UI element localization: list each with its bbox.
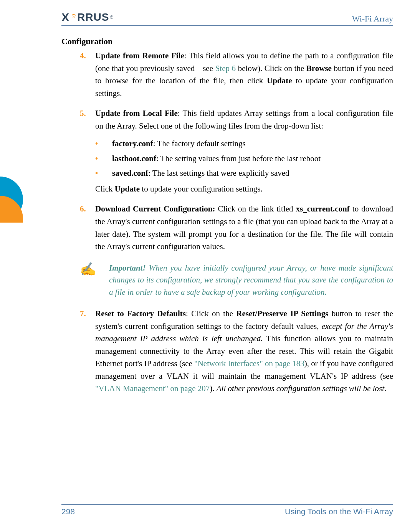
- section-title: Configuration: [61, 36, 393, 46]
- link-step-6[interactable]: Step 6: [215, 64, 236, 73]
- note-body: Important! When you have initially confi…: [109, 262, 393, 299]
- step-after-bullets: Click Update to update your configuratio…: [95, 183, 393, 195]
- step-body: Reset to Factory Defaults: Click on the …: [95, 307, 393, 395]
- bullet-icon: •: [95, 167, 112, 180]
- step-5: 5. Update from Local File: This field up…: [80, 107, 393, 195]
- link-vlan-management[interactable]: "VLAN Management" on page 207: [95, 384, 210, 393]
- step-number: 4.: [80, 50, 95, 99]
- bullet-list: • factory.conf: The factory default sett…: [95, 137, 393, 180]
- step-4: 4. Update from Remote File: This field a…: [80, 50, 393, 99]
- step-body: Update from Remote File: This field allo…: [95, 50, 393, 99]
- bullet-icon: •: [95, 152, 112, 165]
- bullet-icon: •: [95, 137, 112, 150]
- step-number: 7.: [80, 307, 95, 395]
- step-body: Download Current Configuration: Click on…: [95, 203, 393, 253]
- link-network-interfaces[interactable]: "Network Interfaces" on page 183: [194, 359, 304, 368]
- step-6: 6. Download Current Configuration: Click…: [80, 203, 393, 253]
- step-number: 5.: [80, 107, 95, 195]
- list-item: • factory.conf: The factory default sett…: [95, 137, 393, 150]
- hand-pointing-icon: ✍: [80, 262, 109, 299]
- step-number: 6.: [80, 203, 95, 253]
- page-number: 298: [61, 507, 75, 516]
- header-title: Wi-Fi Array: [352, 14, 393, 24]
- list-item: • saved.conf: The last settings that wer…: [95, 167, 393, 180]
- list-item: • lastboot.conf: The setting values from…: [95, 152, 393, 165]
- page-footer: 298 Using Tools on the Wi-Fi Array: [61, 504, 393, 516]
- step-7: 7. Reset to Factory Defaults: Click on t…: [80, 307, 393, 395]
- page-header: XRRUS® Wi-Fi Array: [61, 11, 393, 26]
- step-body: Update from Local File: This field updat…: [95, 107, 393, 195]
- important-note: ✍ Important! When you have initially con…: [80, 262, 393, 299]
- wifi-icon: [71, 13, 76, 21]
- footer-title: Using Tools on the Wi-Fi Array: [285, 507, 393, 516]
- xirrus-logo: XRRUS®: [61, 11, 114, 24]
